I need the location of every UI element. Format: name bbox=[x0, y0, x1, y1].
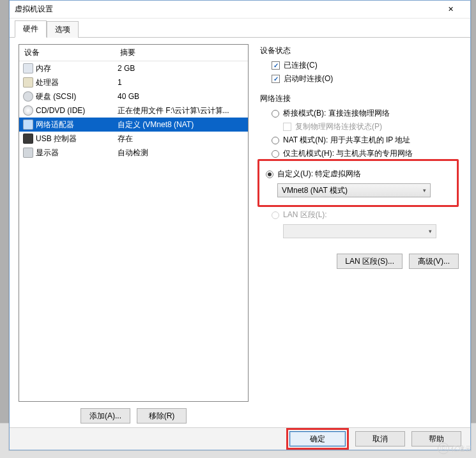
device-summary: 自定义 (VMnet8 (NAT) bbox=[118, 119, 245, 130]
lan-segment-select: ▾ bbox=[283, 224, 436, 238]
close-button[interactable]: ✕ bbox=[436, 1, 465, 19]
add-device-button[interactable]: 添加(A)... bbox=[81, 408, 130, 424]
ok-button[interactable]: 确定 bbox=[289, 431, 346, 447]
lan-segments-button[interactable]: LAN 区段(S)... bbox=[337, 254, 403, 269]
window-title: 虚拟机设置 bbox=[15, 4, 436, 15]
hostonly-label: 仅主机模式(H): 与主机共享的专用网络 bbox=[283, 148, 413, 159]
hostonly-radio[interactable] bbox=[272, 150, 279, 158]
chevron-down-icon: ▾ bbox=[429, 228, 432, 234]
remove-device-button[interactable]: 移除(R) bbox=[137, 408, 187, 424]
device-row-memory[interactable]: 内存 2 GB bbox=[19, 61, 248, 75]
network-connection-title: 网络连接 bbox=[260, 93, 459, 104]
cancel-button[interactable]: 取消 bbox=[355, 431, 405, 447]
network-icon bbox=[23, 119, 33, 130]
device-name: 显示器 bbox=[36, 147, 118, 158]
custom-vnet-value: VMnet8 (NAT 模式) bbox=[282, 185, 348, 196]
bridged-label: 桥接模式(B): 直接连接物理网络 bbox=[283, 108, 390, 119]
device-row-display[interactable]: 显示器 自动检测 bbox=[19, 146, 248, 160]
device-name: USB 控制器 bbox=[36, 133, 118, 144]
highlight-box-custom: 自定义(U): 特定虚拟网络 VMnet8 (NAT 模式) ▾ bbox=[257, 159, 459, 207]
cd-icon bbox=[23, 105, 33, 116]
advanced-button[interactable]: 高级(V)... bbox=[409, 254, 459, 269]
custom-label: 自定义(U): 特定虚拟网络 bbox=[277, 169, 361, 179]
device-name: 网络适配器 bbox=[36, 119, 118, 130]
device-name: 内存 bbox=[36, 63, 118, 74]
device-row-cpu[interactable]: 处理器 1 bbox=[19, 75, 248, 89]
display-icon bbox=[23, 148, 33, 158]
connect-at-poweron-checkbox[interactable] bbox=[272, 75, 280, 83]
device-name: 处理器 bbox=[36, 77, 118, 88]
vm-settings-dialog: 虚拟机设置 ✕ 硬件 选项 设备 摘要 内存 2 GB bbox=[9, 0, 471, 450]
device-summary: 存在 bbox=[118, 133, 245, 144]
device-summary: 正在使用文件 F:\云计算\云计算... bbox=[118, 105, 245, 116]
device-row-cddvd[interactable]: CD/DVD (IDE) 正在使用文件 F:\云计算\云计算... bbox=[19, 103, 248, 118]
title-bar: 虚拟机设置 ✕ bbox=[10, 1, 470, 19]
device-summary: 1 bbox=[118, 77, 245, 88]
nat-label: NAT 模式(N): 用于共享主机的 IP 地址 bbox=[283, 135, 410, 146]
col-header-device[interactable]: 设备 bbox=[19, 45, 115, 61]
tab-options[interactable]: 选项 bbox=[47, 21, 79, 38]
bridged-radio[interactable] bbox=[272, 110, 279, 118]
device-summary: 40 GB bbox=[118, 91, 245, 102]
disk-icon bbox=[23, 91, 33, 102]
device-row-disk[interactable]: 硬盘 (SCSI) 40 GB bbox=[19, 89, 248, 103]
lan-segment-radio bbox=[272, 211, 279, 219]
connected-label: 已连接(C) bbox=[284, 60, 318, 71]
connected-checkbox[interactable] bbox=[272, 61, 280, 70]
device-summary: 自动检测 bbox=[118, 147, 245, 158]
highlight-box-ok: 确定 bbox=[286, 428, 349, 450]
device-list-header: 设备 摘要 bbox=[19, 45, 248, 61]
custom-radio[interactable] bbox=[266, 171, 273, 178]
memory-icon bbox=[23, 63, 33, 73]
replicate-checkbox bbox=[283, 123, 291, 131]
replicate-label: 复制物理网络连接状态(P) bbox=[295, 121, 382, 132]
device-list: 设备 摘要 内存 2 GB 处理器 1 bbox=[19, 44, 249, 402]
device-status-title: 设备状态 bbox=[260, 45, 459, 56]
device-row-network-adapter[interactable]: 网络适配器 自定义 (VMnet8 (NAT) bbox=[19, 118, 248, 132]
device-name: CD/DVD (IDE) bbox=[36, 105, 118, 116]
lan-segment-label: LAN 区段(L): bbox=[283, 210, 327, 220]
connect-at-poweron-label: 启动时连接(O) bbox=[284, 73, 333, 84]
custom-vnet-select[interactable]: VMnet8 (NAT 模式) ▾ bbox=[277, 183, 431, 197]
tabs: 硬件 选项 bbox=[10, 19, 470, 38]
cpu-icon bbox=[23, 77, 33, 88]
device-name: 硬盘 (SCSI) bbox=[36, 91, 118, 102]
usb-icon bbox=[23, 134, 33, 144]
help-button[interactable]: 帮助 bbox=[411, 431, 461, 447]
nat-radio[interactable] bbox=[272, 137, 279, 144]
tab-hardware[interactable]: 硬件 bbox=[15, 20, 47, 38]
device-row-usb[interactable]: USB 控制器 存在 bbox=[19, 132, 248, 146]
col-header-summary[interactable]: 摘要 bbox=[115, 45, 248, 61]
device-summary: 2 GB bbox=[118, 63, 245, 74]
chevron-down-icon: ▾ bbox=[423, 187, 426, 194]
